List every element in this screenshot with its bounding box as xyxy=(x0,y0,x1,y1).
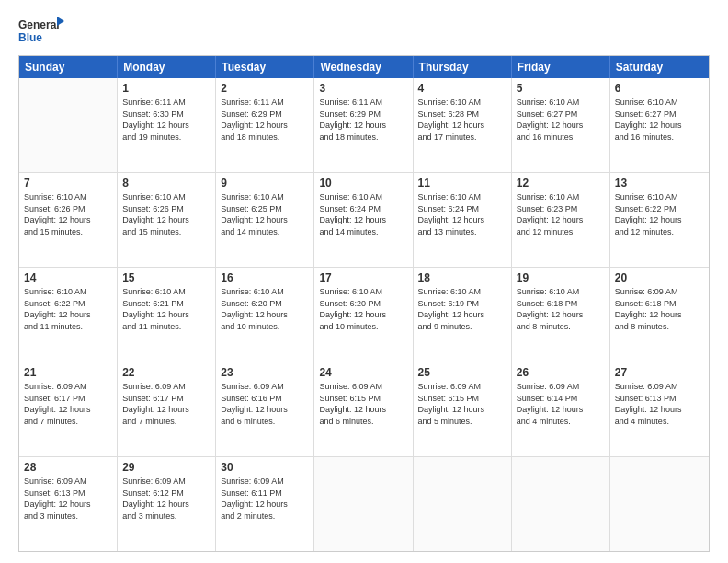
calendar-cell: 16Sunrise: 6:10 AM Sunset: 6:20 PM Dayli… xyxy=(216,268,314,362)
day-info: Sunrise: 6:10 AM Sunset: 6:24 PM Dayligh… xyxy=(418,191,506,237)
day-number: 10 xyxy=(319,177,407,190)
day-info: Sunrise: 6:09 AM Sunset: 6:17 PM Dayligh… xyxy=(24,381,112,427)
svg-text:Blue: Blue xyxy=(18,31,42,44)
calendar-header-tuesday: Tuesday xyxy=(216,56,314,78)
day-info: Sunrise: 6:09 AM Sunset: 6:15 PM Dayligh… xyxy=(418,381,506,427)
day-info: Sunrise: 6:09 AM Sunset: 6:14 PM Dayligh… xyxy=(517,381,605,427)
day-number: 1 xyxy=(122,82,210,95)
calendar-body: 1Sunrise: 6:11 AM Sunset: 6:30 PM Daylig… xyxy=(19,78,709,551)
day-number: 5 xyxy=(517,82,605,95)
day-info: Sunrise: 6:09 AM Sunset: 6:17 PM Dayligh… xyxy=(122,381,210,427)
day-number: 6 xyxy=(615,82,704,95)
calendar-row-1: 1Sunrise: 6:11 AM Sunset: 6:30 PM Daylig… xyxy=(19,78,709,173)
day-number: 25 xyxy=(418,366,506,379)
svg-text:General: General xyxy=(18,18,60,31)
calendar-cell: 27Sunrise: 6:09 AM Sunset: 6:13 PM Dayli… xyxy=(610,362,709,456)
logo: General Blue xyxy=(18,15,64,48)
day-number: 22 xyxy=(122,366,210,379)
day-info: Sunrise: 6:10 AM Sunset: 6:20 PM Dayligh… xyxy=(319,286,407,332)
day-info: Sunrise: 6:09 AM Sunset: 6:13 PM Dayligh… xyxy=(24,476,112,522)
svg-marker-2 xyxy=(57,17,64,26)
calendar-cell: 10Sunrise: 6:10 AM Sunset: 6:24 PM Dayli… xyxy=(314,173,413,267)
day-info: Sunrise: 6:10 AM Sunset: 6:19 PM Dayligh… xyxy=(418,286,506,332)
day-number: 12 xyxy=(517,177,605,190)
calendar-cell xyxy=(512,457,610,551)
calendar-cell: 20Sunrise: 6:09 AM Sunset: 6:18 PM Dayli… xyxy=(610,268,709,362)
calendar-cell: 3Sunrise: 6:11 AM Sunset: 6:29 PM Daylig… xyxy=(314,78,413,172)
day-info: Sunrise: 6:10 AM Sunset: 6:27 PM Dayligh… xyxy=(615,97,704,143)
calendar-cell: 9Sunrise: 6:10 AM Sunset: 6:25 PM Daylig… xyxy=(216,173,314,267)
calendar-header-wednesday: Wednesday xyxy=(314,56,413,78)
day-info: Sunrise: 6:09 AM Sunset: 6:11 PM Dayligh… xyxy=(221,476,309,522)
calendar-header-monday: Monday xyxy=(118,56,216,78)
day-number: 14 xyxy=(24,271,112,284)
calendar-header: SundayMondayTuesdayWednesdayThursdayFrid… xyxy=(19,56,709,78)
calendar-cell: 26Sunrise: 6:09 AM Sunset: 6:14 PM Dayli… xyxy=(512,362,610,456)
day-info: Sunrise: 6:09 AM Sunset: 6:16 PM Dayligh… xyxy=(221,381,309,427)
calendar-header-saturday: Saturday xyxy=(610,56,709,78)
calendar-cell: 19Sunrise: 6:10 AM Sunset: 6:18 PM Dayli… xyxy=(512,268,610,362)
day-number: 28 xyxy=(24,461,112,474)
calendar-row-4: 21Sunrise: 6:09 AM Sunset: 6:17 PM Dayli… xyxy=(19,362,709,457)
calendar-row-5: 28Sunrise: 6:09 AM Sunset: 6:13 PM Dayli… xyxy=(19,457,709,551)
calendar-cell: 24Sunrise: 6:09 AM Sunset: 6:15 PM Dayli… xyxy=(314,362,413,456)
calendar-cell: 5Sunrise: 6:10 AM Sunset: 6:27 PM Daylig… xyxy=(512,78,610,172)
day-number: 13 xyxy=(615,177,704,190)
day-number: 29 xyxy=(122,461,210,474)
day-number: 11 xyxy=(418,177,506,190)
calendar-cell: 28Sunrise: 6:09 AM Sunset: 6:13 PM Dayli… xyxy=(19,457,118,551)
day-info: Sunrise: 6:10 AM Sunset: 6:24 PM Dayligh… xyxy=(319,191,407,237)
calendar-row-3: 14Sunrise: 6:10 AM Sunset: 6:22 PM Dayli… xyxy=(19,268,709,362)
calendar-cell: 15Sunrise: 6:10 AM Sunset: 6:21 PM Dayli… xyxy=(118,268,216,362)
day-info: Sunrise: 6:09 AM Sunset: 6:13 PM Dayligh… xyxy=(615,381,704,427)
day-number: 27 xyxy=(615,366,704,379)
calendar-cell: 2Sunrise: 6:11 AM Sunset: 6:29 PM Daylig… xyxy=(216,78,314,172)
calendar-cell: 6Sunrise: 6:10 AM Sunset: 6:27 PM Daylig… xyxy=(610,78,709,172)
day-info: Sunrise: 6:09 AM Sunset: 6:15 PM Dayligh… xyxy=(319,381,407,427)
day-number: 30 xyxy=(221,461,309,474)
day-info: Sunrise: 6:10 AM Sunset: 6:22 PM Dayligh… xyxy=(615,191,704,237)
day-number: 9 xyxy=(221,177,309,190)
calendar-cell xyxy=(414,457,512,551)
calendar-cell: 23Sunrise: 6:09 AM Sunset: 6:16 PM Dayli… xyxy=(216,362,314,456)
day-info: Sunrise: 6:11 AM Sunset: 6:29 PM Dayligh… xyxy=(221,97,309,143)
day-info: Sunrise: 6:09 AM Sunset: 6:18 PM Dayligh… xyxy=(615,286,704,332)
day-number: 26 xyxy=(517,366,605,379)
calendar-cell: 25Sunrise: 6:09 AM Sunset: 6:15 PM Dayli… xyxy=(414,362,512,456)
calendar-cell: 30Sunrise: 6:09 AM Sunset: 6:11 PM Dayli… xyxy=(216,457,314,551)
day-number: 17 xyxy=(319,271,407,284)
calendar-cell: 29Sunrise: 6:09 AM Sunset: 6:12 PM Dayli… xyxy=(118,457,216,551)
logo-svg: General Blue xyxy=(18,15,64,48)
calendar-cell: 8Sunrise: 6:10 AM Sunset: 6:26 PM Daylig… xyxy=(118,173,216,267)
calendar-cell: 17Sunrise: 6:10 AM Sunset: 6:20 PM Dayli… xyxy=(314,268,413,362)
day-number: 16 xyxy=(221,271,309,284)
day-number: 7 xyxy=(24,177,112,190)
day-info: Sunrise: 6:10 AM Sunset: 6:23 PM Dayligh… xyxy=(517,191,605,237)
calendar-cell: 1Sunrise: 6:11 AM Sunset: 6:30 PM Daylig… xyxy=(118,78,216,172)
calendar-cell: 11Sunrise: 6:10 AM Sunset: 6:24 PM Dayli… xyxy=(414,173,512,267)
day-number: 4 xyxy=(418,82,506,95)
calendar-cell: 12Sunrise: 6:10 AM Sunset: 6:23 PM Dayli… xyxy=(512,173,610,267)
day-number: 20 xyxy=(615,271,704,284)
calendar-cell: 14Sunrise: 6:10 AM Sunset: 6:22 PM Dayli… xyxy=(19,268,118,362)
calendar-header-friday: Friday xyxy=(512,56,610,78)
calendar-cell: 21Sunrise: 6:09 AM Sunset: 6:17 PM Dayli… xyxy=(19,362,118,456)
day-info: Sunrise: 6:09 AM Sunset: 6:12 PM Dayligh… xyxy=(122,476,210,522)
day-info: Sunrise: 6:10 AM Sunset: 6:26 PM Dayligh… xyxy=(24,191,112,237)
day-info: Sunrise: 6:10 AM Sunset: 6:18 PM Dayligh… xyxy=(517,286,605,332)
day-info: Sunrise: 6:10 AM Sunset: 6:25 PM Dayligh… xyxy=(221,191,309,237)
day-number: 15 xyxy=(122,271,210,284)
header: General Blue xyxy=(18,15,710,48)
day-info: Sunrise: 6:11 AM Sunset: 6:29 PM Dayligh… xyxy=(319,97,407,143)
day-info: Sunrise: 6:10 AM Sunset: 6:28 PM Dayligh… xyxy=(418,97,506,143)
day-number: 23 xyxy=(221,366,309,379)
day-number: 18 xyxy=(418,271,506,284)
day-info: Sunrise: 6:10 AM Sunset: 6:20 PM Dayligh… xyxy=(221,286,309,332)
calendar-cell xyxy=(314,457,413,551)
calendar-cell: 18Sunrise: 6:10 AM Sunset: 6:19 PM Dayli… xyxy=(414,268,512,362)
day-info: Sunrise: 6:10 AM Sunset: 6:21 PM Dayligh… xyxy=(122,286,210,332)
day-info: Sunrise: 6:11 AM Sunset: 6:30 PM Dayligh… xyxy=(122,97,210,143)
calendar-cell: 22Sunrise: 6:09 AM Sunset: 6:17 PM Dayli… xyxy=(118,362,216,456)
calendar-cell: 7Sunrise: 6:10 AM Sunset: 6:26 PM Daylig… xyxy=(19,173,118,267)
day-number: 3 xyxy=(319,82,407,95)
